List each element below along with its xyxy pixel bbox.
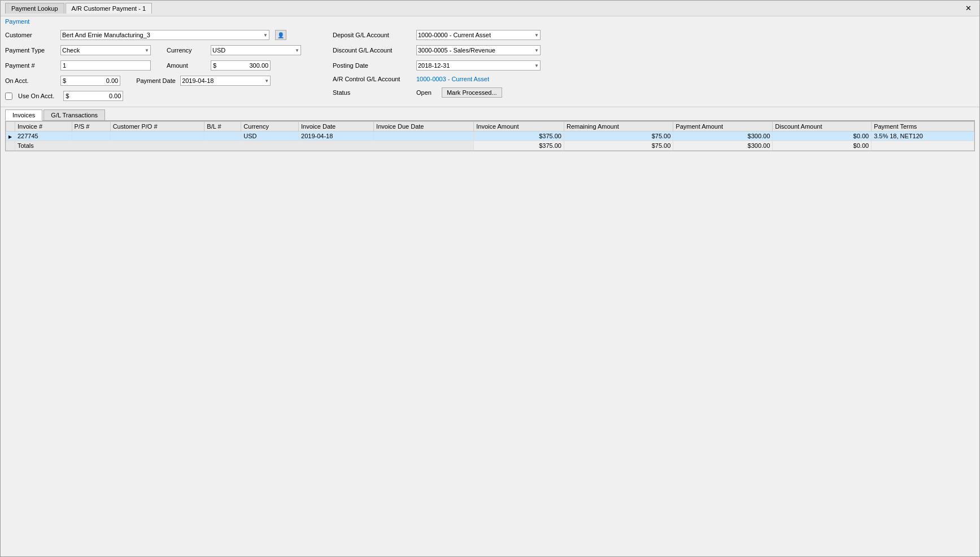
use-on-acct-dollar-sign: $ [66,93,70,99]
deposit-gl-row: Deposit G/L Account 1000-0000 - Current … [333,30,541,40]
posting-date-select-wrapper: 2018-12-31 [416,60,541,71]
status-label: Status [333,89,412,96]
totals-empty-select [6,141,15,151]
form-left-col: Customer Bert And Ernie Manufacturing_3 … [5,30,310,103]
ar-control-row: A/R Control G/L Account 1000-0003 - Curr… [333,76,541,82]
customer-select[interactable]: Bert And Ernie Manufacturing_3 [60,30,269,40]
main-window: Payment Lookup A/R Customer Payment - 1 … [0,0,980,557]
tab-payment-lookup[interactable]: Payment Lookup [5,3,64,14]
cell-ps-num [72,131,110,141]
tab-invoices[interactable]: Invoices [5,109,42,121]
status-value: Open [416,89,432,96]
use-on-acct-row: Use On Acct. $ [5,91,310,101]
on-acct-input[interactable] [67,77,118,84]
tab-ar-customer-payment[interactable]: A/R Customer Payment - 1 [66,3,152,14]
cell-invoice-date: 2019-04-18 [299,131,374,141]
currency-select[interactable]: USD [211,45,301,55]
cell-customer-po [110,131,204,141]
col-bl-num: B/L # [204,122,241,131]
use-on-acct-input-wrapper: $ [63,91,123,101]
row-select-cell: ▶ [6,131,15,141]
table-row[interactable]: ▶ 227745 USD 2019-04-18 $375.00 $75.00 $… [6,131,974,141]
payment-date-select-wrapper: 2019-04-18 [180,76,271,86]
totals-remaining-amount: $75.00 [564,141,673,151]
payment-num-input[interactable] [60,60,151,71]
customer-lookup-button[interactable]: 👤 [275,30,286,40]
form-area: Customer Bert And Ernie Manufacturing_3 … [1,27,979,107]
amount-dollar-sign: $ [213,62,217,69]
currency-select-wrapper: USD [211,45,301,55]
payment-num-label: Payment # [5,62,56,69]
use-on-acct-label: Use On Acct. [18,93,54,99]
payment-date-select[interactable]: 2019-04-18 [180,76,271,86]
cell-payment-terms: 3.5% 18, NET120 [872,131,974,141]
col-discount-amount: Discount Amount [773,122,872,131]
amount-label: Amount [167,62,206,69]
use-on-acct-checkbox[interactable] [5,93,12,100]
ar-control-label: A/R Control G/L Account [333,76,412,82]
lookup-icon: 👤 [277,32,284,38]
on-acct-input-wrapper: $ [60,76,120,86]
use-on-acct-input[interactable] [70,93,121,99]
deposit-gl-select-wrapper: 1000-0000 - Current Asset [416,30,541,40]
posting-date-select[interactable]: 2018-12-31 [416,60,541,71]
discount-gl-select-wrapper: 3000-0005 - Sales/Revenue [416,45,541,55]
payment-type-select-wrapper: Check [60,45,151,55]
col-remaining-amount: Remaining Amount [564,122,673,131]
close-button[interactable]: ✕ [962,3,975,14]
col-payment-terms: Payment Terms [872,122,974,131]
mark-processed-button[interactable]: Mark Processed... [442,87,502,98]
table-body: ▶ 227745 USD 2019-04-18 $375.00 $75.00 $… [6,131,974,151]
totals-payment-amount: $300.00 [673,141,773,151]
col-ps-num: P/S # [72,122,110,131]
cell-remaining-amount: $75.00 [564,131,673,141]
discount-gl-row: Discount G/L Account 3000-0005 - Sales/R… [333,45,541,55]
amount-input[interactable] [217,62,268,69]
cell-bl-num [204,131,241,141]
on-acct-row: On Acct. $ Payment Date 2019-04-18 [5,76,310,86]
posting-date-row: Posting Date 2018-12-31 [333,60,541,71]
tab-bar: Invoices G/L Transactions [5,109,975,121]
payment-nav-link[interactable]: Payment [5,18,29,25]
form-columns: Customer Bert And Ernie Manufacturing_3 … [5,30,975,103]
discount-gl-select[interactable]: 3000-0005 - Sales/Revenue [416,45,541,55]
currency-label: Currency [167,47,206,54]
payment-type-select[interactable]: Check [60,45,151,55]
amount-input-wrapper: $ [211,60,271,71]
discount-gl-label: Discount G/L Account [333,47,412,54]
invoices-table-area: Invoice # P/S # Customer P/O # B/L # Cur… [5,121,975,151]
col-customer-po: Customer P/O # [110,122,204,131]
totals-payment-terms-empty [872,141,974,151]
cell-currency: USD [241,131,299,141]
title-bar: Payment Lookup A/R Customer Payment - 1 … [1,1,979,16]
totals-invoice-amount: $375.00 [474,141,564,151]
col-invoice-date: Invoice Date [299,122,374,131]
col-invoice-amount: Invoice Amount [474,122,564,131]
title-tabs: Payment Lookup A/R Customer Payment - 1 [5,3,153,14]
tabs-section: Invoices G/L Transactions [1,107,979,121]
tab-gl-transactions[interactable]: G/L Transactions [43,109,105,120]
status-row: Status Open Mark Processed... [333,87,541,98]
cell-invoice-amount: $375.00 [474,131,564,141]
cell-invoice-due-date [374,131,474,141]
payment-num-row: Payment # Amount $ [5,60,310,71]
cell-discount-amount: $0.00 [773,131,872,141]
deposit-gl-label: Deposit G/L Account [333,32,412,38]
col-invoice-num: Invoice # [15,122,72,131]
col-select [6,122,15,131]
on-acct-label: On Acct. [5,77,56,84]
deposit-gl-select[interactable]: 1000-0000 - Current Asset [416,30,541,40]
posting-date-label: Posting Date [333,62,412,69]
payment-type-label: Payment Type [5,47,56,54]
col-invoice-due-date: Invoice Due Date [374,122,474,131]
customer-row: Customer Bert And Ernie Manufacturing_3 … [5,30,310,40]
customer-select-wrapper: Bert And Ernie Manufacturing_3 [60,30,269,40]
ar-control-value[interactable]: 1000-0003 - Current Asset [416,76,489,82]
payment-date-label: Payment Date [136,77,176,84]
col-payment-amount: Payment Amount [673,122,773,131]
col-currency: Currency [241,122,299,131]
cell-payment-amount: $300.00 [673,131,773,141]
row-select-indicator: ▶ [8,134,12,139]
nav-bar: Payment [1,16,979,27]
on-acct-dollar-sign: $ [63,77,67,84]
